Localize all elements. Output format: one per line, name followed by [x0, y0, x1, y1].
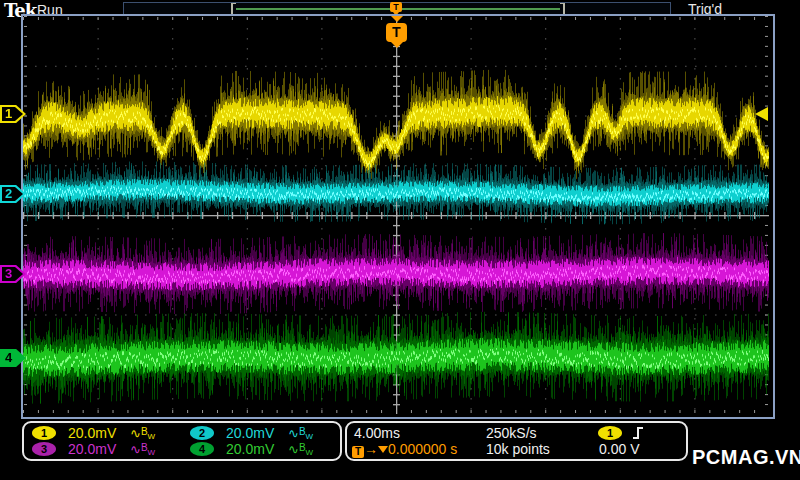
horizontal-scale[interactable]: 4.00ms: [354, 425, 400, 441]
channel2-position-marker[interactable]: 2: [0, 185, 26, 203]
watermark: PCMAG.VN: [692, 446, 800, 469]
channel4-coupling-bandwidth-icon: ∿BW: [288, 441, 313, 457]
channel4-position-marker[interactable]: 4: [0, 349, 26, 367]
delay-arrow-icon: [378, 446, 388, 453]
trigger-source-badge[interactable]: 1: [598, 426, 622, 440]
trigger-level-arrow-icon[interactable]: [755, 107, 768, 121]
channel1-coupling-bandwidth-icon: ∿BW: [130, 425, 155, 441]
channel3-marker-label: 3: [0, 266, 17, 281]
channel3-coupling-bandwidth-icon: ∿BW: [130, 441, 155, 457]
horizontal-trigger-readouts-box: 4.00ms 250kS/s 1 T→0.000000 s 10k points…: [345, 421, 688, 461]
channel2-coupling-bandwidth-icon: ∿BW: [288, 425, 313, 441]
oscilloscope-screen: Tek Run Trig'd T T 1 2 3 4 1 20.0mV ∿BW …: [0, 0, 800, 480]
trigger-position-flag-tip-icon: [391, 42, 403, 48]
channel3-scale[interactable]: 20.0mV: [68, 441, 116, 457]
channel3-badge[interactable]: 3: [32, 442, 56, 456]
channel3-position-marker[interactable]: 3: [0, 265, 26, 283]
record-length: 10k points: [486, 441, 550, 457]
channel2-marker-label: 2: [0, 186, 17, 201]
channel4-marker-label: 4: [0, 350, 17, 365]
channel1-badge[interactable]: 1: [32, 426, 56, 440]
trigger-t-icon: T: [352, 446, 364, 458]
channel1-position-marker[interactable]: 1: [0, 105, 26, 123]
channel4-scale[interactable]: 20.0mV: [226, 441, 274, 457]
trigger-position-marker-icon[interactable]: [391, 16, 403, 22]
waveform-display[interactable]: [23, 16, 769, 414]
channel2-scale[interactable]: 20.0mV: [226, 425, 274, 441]
trigger-delay-readout[interactable]: T→0.000000 s: [352, 441, 457, 458]
channel1-marker-label: 1: [0, 106, 17, 121]
channel4-badge[interactable]: 4: [190, 442, 214, 456]
channel1-scale[interactable]: 20.0mV: [68, 425, 116, 441]
trigger-level[interactable]: 0.00 V: [599, 441, 639, 457]
record-trigger-position-icon[interactable]: T: [390, 2, 402, 12]
sample-rate: 250kS/s: [486, 425, 537, 441]
channel2-badge[interactable]: 2: [190, 426, 214, 440]
trigger-position-flag[interactable]: T: [386, 23, 407, 42]
channel-readouts-box: 1 20.0mV ∿BW 2 20.0mV ∿BW 3 20.0mV ∿BW 4…: [22, 421, 342, 461]
